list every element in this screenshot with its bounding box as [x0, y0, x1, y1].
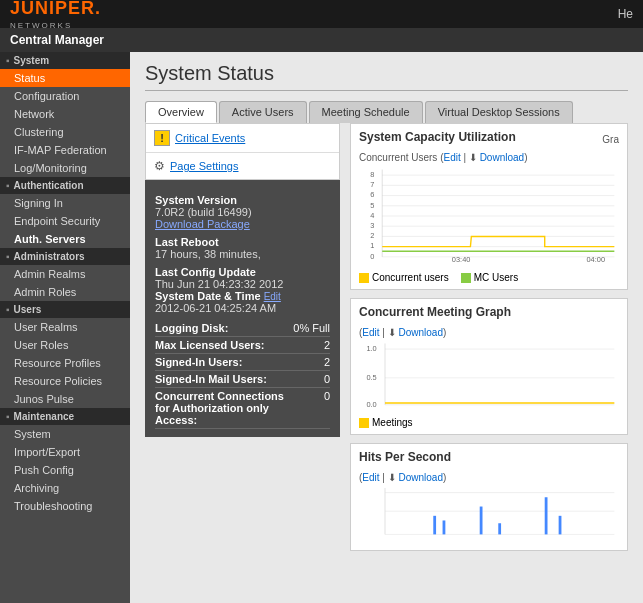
page-title-bar: System Status	[130, 52, 643, 96]
critical-events-box: ! Critical Events ⚙ Page Settings	[145, 123, 340, 180]
sidebar-item-junos-pulse[interactable]: Junos Pulse	[0, 390, 130, 408]
sidebar-item-resource-profiles[interactable]: Resource Profiles	[0, 354, 130, 372]
legend-mc-label: MC Users	[474, 272, 518, 283]
meeting-svg: 1.0 0.5 0.0 03:40 04:00	[359, 341, 619, 411]
page-title: System Status	[145, 62, 628, 91]
legend-concurrent-color	[359, 273, 369, 283]
download-icon-hits: ⬇	[388, 472, 396, 483]
sidebar-item-resource-policies[interactable]: Resource Policies	[0, 372, 130, 390]
sidebar-section-users: Users	[0, 301, 130, 318]
legend-meetings-color	[359, 418, 369, 428]
capacity-edit-link[interactable]: Edit	[443, 152, 460, 163]
svg-rect-39	[559, 516, 562, 535]
mail-users-value: 0	[300, 373, 330, 385]
legend-mc-color	[461, 273, 471, 283]
last-reboot-label: Last Reboot	[155, 236, 330, 248]
settings-icon: ⚙	[154, 159, 165, 173]
tab-virtual-desktop[interactable]: Virtual Desktop Sessions	[425, 101, 573, 123]
system-version-label: System Version	[155, 194, 330, 206]
sidebar-section-administrators: Administrators	[0, 248, 130, 265]
sidebar-item-network[interactable]: Network	[0, 105, 130, 123]
capacity-svg: 8 7 6 5 4 3 2 1 0	[359, 166, 619, 266]
system-info-box: System Version 7.0R2 (build 16499) Downl…	[145, 180, 340, 437]
sidebar-item-configuration[interactable]: Configuration	[0, 87, 130, 105]
sidebar-item-ifmap-federation[interactable]: IF-MAP Federation	[0, 141, 130, 159]
download-icon-cap: ⬇	[469, 152, 477, 163]
sidebar-item-status[interactable]: Status	[0, 69, 130, 87]
logo: JUNIPER.	[10, 0, 101, 19]
stats-row-concurrent-conn: Concurrent Connections for Authorization…	[155, 388, 330, 429]
sidebar-section-system: System	[0, 52, 130, 69]
stats-row-max-users: Max Licensed Users: 2	[155, 337, 330, 354]
svg-text:03:40: 03:40	[452, 255, 471, 264]
capacity-chart-title: System Capacity Utilization	[359, 130, 516, 144]
page-settings-link[interactable]: Page Settings	[170, 160, 239, 172]
main-content: System Status Overview Active Users Meet…	[130, 52, 643, 603]
max-users-label: Max Licensed Users:	[155, 339, 300, 351]
sidebar-item-user-roles[interactable]: User Roles	[0, 336, 130, 354]
sidebar-item-log-monitoring[interactable]: Log/Monitoring	[0, 159, 130, 177]
sidebar-item-user-realms[interactable]: User Realms	[0, 318, 130, 336]
hits-download-link[interactable]: Download	[399, 472, 443, 483]
download-package-link[interactable]: Download Package	[155, 218, 250, 230]
close-paren1: )	[524, 152, 527, 163]
svg-text:0.0: 0.0	[366, 400, 376, 409]
hits-svg	[359, 486, 619, 541]
signed-in-value: 2	[300, 356, 330, 368]
sidebar-item-admin-realms[interactable]: Admin Realms	[0, 265, 130, 283]
svg-text:0.5: 0.5	[366, 373, 376, 382]
capacity-chart-header: System Capacity Utilization Gra	[359, 130, 619, 148]
legend-concurrent-users: Concurrent users	[359, 272, 449, 283]
stats-row-logging: Logging Disk: 0% Full	[155, 320, 330, 337]
svg-rect-34	[433, 516, 436, 535]
legend-mc-users: MC Users	[461, 272, 518, 283]
pipe3: |	[380, 472, 388, 483]
topbar: Central Manager	[0, 28, 643, 52]
pipe1: |	[461, 152, 469, 163]
concurrent-conn-label: Concurrent Connections for Authorization…	[155, 390, 300, 426]
tab-meeting-schedule[interactable]: Meeting Schedule	[309, 101, 423, 123]
last-config-value: Thu Jun 21 04:23:32 2012	[155, 278, 330, 290]
meeting-chart-title: Concurrent Meeting Graph	[359, 305, 511, 319]
hits-chart-title: Hits Per Second	[359, 450, 451, 464]
layout: System Status Configuration Network Clus…	[0, 52, 643, 603]
sidebar-item-endpoint-security[interactable]: Endpoint Security	[0, 212, 130, 230]
datetime-edit-link[interactable]: Edit	[264, 291, 281, 302]
legend-meetings-label: Meetings	[372, 417, 413, 428]
logo-networks: NETWORKS	[10, 21, 101, 30]
svg-rect-38	[545, 497, 548, 534]
critical-events-link[interactable]: Critical Events	[175, 132, 245, 144]
capacity-chart-svg: 8 7 6 5 4 3 2 1 0	[359, 166, 619, 269]
capacity-graph-label: Gra	[602, 134, 619, 145]
sidebar-item-import-export[interactable]: Import/Export	[0, 443, 130, 461]
right-panel: System Capacity Utilization Gra Concurre…	[350, 123, 628, 559]
sidebar-item-maintenance-system[interactable]: System	[0, 425, 130, 443]
meeting-chart-svg: 1.0 0.5 0.0 03:40 04:00	[359, 341, 619, 414]
tabs-bar: Overview Active Users Meeting Schedule V…	[130, 96, 643, 123]
datetime-value: 2012-06-21 04:25:24 AM	[155, 302, 330, 314]
tab-active-users[interactable]: Active Users	[219, 101, 307, 123]
tab-overview[interactable]: Overview	[145, 101, 217, 123]
topbar-title: Central Manager	[10, 33, 104, 47]
svg-text:6: 6	[370, 190, 374, 199]
meeting-edit-link[interactable]: Edit	[362, 327, 379, 338]
logo-area: JUNIPER. NETWORKS	[10, 0, 101, 30]
sidebar-item-archiving[interactable]: Archiving	[0, 479, 130, 497]
sidebar-item-signing-in[interactable]: Signing In	[0, 194, 130, 212]
legend-concurrent-label: Concurrent users	[372, 272, 449, 283]
header-right-label: He	[618, 7, 633, 21]
svg-rect-35	[443, 520, 446, 534]
sidebar-section-maintenance: Maintenance	[0, 408, 130, 425]
sidebar-item-admin-roles[interactable]: Admin Roles	[0, 283, 130, 301]
sidebar-item-troubleshooting[interactable]: Troubleshooting	[0, 497, 130, 515]
sidebar-item-auth-servers[interactable]: Auth. Servers	[0, 230, 130, 248]
hits-edit-link[interactable]: Edit	[362, 472, 379, 483]
hits-chart-box: Hits Per Second (Edit | ⬇ Download)	[350, 443, 628, 551]
meeting-download-link[interactable]: Download	[399, 327, 443, 338]
meeting-edit-controls: (Edit | ⬇ Download)	[359, 327, 619, 338]
sidebar-item-push-config[interactable]: Push Config	[0, 461, 130, 479]
last-config-label: Last Config Update	[155, 266, 330, 278]
capacity-download-link[interactable]: Download	[480, 152, 524, 163]
sidebar-item-clustering[interactable]: Clustering	[0, 123, 130, 141]
capacity-chart-box: System Capacity Utilization Gra Concurre…	[350, 123, 628, 290]
